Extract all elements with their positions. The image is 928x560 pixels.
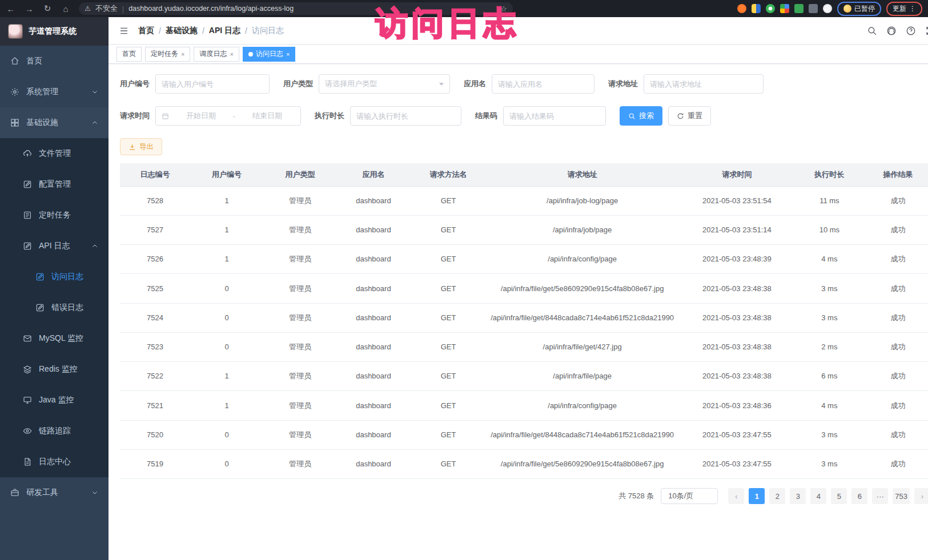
page-number-button[interactable]: 753 bbox=[893, 488, 910, 504]
reset-button[interactable]: 重置 bbox=[668, 106, 711, 126]
result-code-input[interactable] bbox=[503, 106, 606, 126]
total-count: 共 7528 条 bbox=[618, 491, 654, 501]
close-icon[interactable]: × bbox=[181, 51, 184, 58]
sidebar-item-trace[interactable]: 链路追踪 bbox=[0, 416, 109, 446]
breadcrumb-apilog[interactable]: API 日志 bbox=[209, 26, 240, 36]
page-number-button[interactable]: ··· bbox=[872, 488, 888, 504]
page-number-button[interactable]: 6 bbox=[851, 488, 867, 504]
browser-update-button[interactable]: 更新 ⋮ bbox=[886, 2, 922, 16]
export-button[interactable]: 导出 bbox=[120, 138, 162, 155]
sidebar-item-errorlog[interactable]: 错误日志 bbox=[0, 292, 109, 323]
security-label[interactable]: 不安全 bbox=[95, 3, 118, 14]
request-url-field[interactable] bbox=[650, 80, 757, 88]
extension-icon[interactable] bbox=[737, 4, 746, 13]
search-icon[interactable] bbox=[867, 26, 877, 36]
cell-method: GET bbox=[410, 391, 487, 420]
start-date-placeholder[interactable]: 开始日期 bbox=[174, 111, 228, 121]
end-date-placeholder[interactable]: 结束日期 bbox=[240, 111, 295, 121]
select-caret-icon bbox=[439, 83, 444, 86]
app-name-field[interactable] bbox=[498, 80, 588, 88]
cell-log-id: 7526 bbox=[120, 245, 190, 274]
cell-url: /api/infra/file/get/8448cada8c714e4ab61f… bbox=[487, 303, 678, 332]
tab[interactable]: 调度日志 × bbox=[194, 47, 239, 62]
github-icon[interactable] bbox=[886, 26, 897, 36]
address-bar[interactable]: ⚠ 不安全 | dashboard.yudao.iocoder.cn/infra… bbox=[79, 2, 513, 15]
sidebar-item-system[interactable]: 系统管理 bbox=[0, 76, 109, 107]
sidebar-item-config[interactable]: 配置管理 bbox=[0, 169, 109, 200]
app-name-input[interactable] bbox=[492, 74, 594, 94]
close-icon[interactable]: × bbox=[286, 51, 290, 58]
download-icon bbox=[128, 143, 136, 151]
cell-method: GET bbox=[410, 274, 487, 303]
browser-forward-button[interactable]: → bbox=[24, 4, 34, 14]
sidebar-item-java[interactable]: Java 监控 bbox=[0, 385, 109, 416]
chevron-down-icon bbox=[91, 88, 98, 95]
browser-home-button[interactable]: ⌂ bbox=[61, 4, 71, 14]
help-icon[interactable] bbox=[906, 26, 916, 36]
extension-icon[interactable] bbox=[780, 4, 789, 13]
search-button[interactable]: 搜索 bbox=[620, 106, 662, 126]
user-id-field[interactable] bbox=[162, 80, 263, 88]
bookmark-star-icon[interactable]: ☆ bbox=[500, 5, 507, 13]
next-page-button[interactable]: › bbox=[914, 488, 928, 504]
browser-reload-button[interactable]: ↻ bbox=[42, 3, 53, 14]
cell-user-id: 0 bbox=[190, 449, 263, 478]
sidebar-item-apilog[interactable]: API 日志 bbox=[0, 231, 109, 261]
sidebar-item-label: 错误日志 bbox=[51, 303, 83, 313]
cell-result: 成功 bbox=[863, 332, 928, 361]
page-number-button[interactable]: 3 bbox=[790, 488, 806, 504]
extension-icon[interactable] bbox=[809, 4, 818, 13]
sidebar-item-file[interactable]: 文件管理 bbox=[0, 138, 109, 169]
user-id-input[interactable] bbox=[155, 74, 270, 94]
close-icon[interactable]: × bbox=[230, 51, 233, 58]
prev-page-button[interactable]: ‹ bbox=[728, 488, 744, 504]
request-url-input[interactable] bbox=[644, 74, 764, 94]
sidebar-item-devtool[interactable]: 研发工具 bbox=[0, 477, 109, 508]
extension-icon[interactable] bbox=[766, 4, 775, 13]
sidebar-item-job[interactable]: 定时任务 bbox=[0, 200, 109, 231]
cell-url: /api/infra/job/page bbox=[487, 215, 678, 244]
tab[interactable]: 定时任务 × bbox=[145, 47, 190, 62]
extension-icon[interactable] bbox=[752, 4, 761, 13]
user-type-select[interactable]: 请选择用户类型 bbox=[319, 74, 450, 94]
sidebar-item-redis[interactable]: Redis 监控 bbox=[0, 354, 109, 385]
hamburger-icon[interactable] bbox=[119, 26, 129, 35]
page-number-button[interactable]: 1 bbox=[749, 488, 765, 504]
duration-input[interactable] bbox=[350, 106, 461, 126]
fullscreen-icon[interactable] bbox=[925, 26, 928, 36]
monitor-icon bbox=[23, 396, 32, 405]
sidebar-item-label: 定时任务 bbox=[39, 210, 71, 220]
tab[interactable]: 访问日志 × bbox=[243, 47, 295, 62]
app-logo[interactable]: 芋道管理系统 bbox=[0, 17, 109, 46]
sidebar-item-label: 日志中心 bbox=[39, 457, 71, 467]
cell-log-id: 7527 bbox=[120, 215, 190, 244]
edit-icon bbox=[23, 180, 32, 189]
extension-icon[interactable] bbox=[794, 4, 804, 13]
result-code-field[interactable] bbox=[509, 112, 600, 120]
page-number-button[interactable]: 2 bbox=[769, 488, 785, 504]
breadcrumb-home[interactable]: 首页 bbox=[138, 26, 154, 36]
browser-menu-icon[interactable]: ⋮ bbox=[909, 5, 916, 13]
url-text[interactable]: dashboard.yudao.iocoder.cn/infra/log/api… bbox=[128, 5, 294, 13]
breadcrumb-infra[interactable]: 基础设施 bbox=[166, 26, 198, 36]
cell-result: 成功 bbox=[863, 391, 928, 420]
page-size-select[interactable]: 10条/页 bbox=[661, 488, 718, 504]
page-number-button[interactable]: 5 bbox=[831, 488, 847, 504]
cell-result: 成功 bbox=[863, 245, 928, 274]
sidebar-item-home[interactable]: 首页 bbox=[0, 46, 109, 76]
profile-paused-badge[interactable]: 已暂停 bbox=[837, 2, 881, 16]
sidebar-item-accesslog[interactable]: 访问日志 bbox=[0, 261, 109, 292]
search-icon bbox=[628, 112, 636, 120]
sidebar-item-label: 首页 bbox=[26, 56, 42, 66]
sidebar-item-logcenter[interactable]: 日志中心 bbox=[0, 446, 109, 477]
browser-back-button[interactable]: ← bbox=[6, 4, 16, 14]
page-number-button[interactable]: 4 bbox=[810, 488, 826, 504]
tab[interactable]: 首页 × bbox=[116, 47, 142, 62]
breadcrumb-separator: / bbox=[159, 26, 161, 35]
cell-app-name: dashboard bbox=[337, 362, 410, 391]
extension-icon[interactable] bbox=[823, 4, 832, 13]
duration-field[interactable] bbox=[356, 112, 455, 120]
sidebar-item-infra[interactable]: 基础设施 bbox=[0, 107, 109, 138]
date-range-picker[interactable]: 开始日期 - 结束日期 bbox=[155, 106, 301, 126]
sidebar-item-mysql[interactable]: MySQL 监控 bbox=[0, 323, 109, 354]
